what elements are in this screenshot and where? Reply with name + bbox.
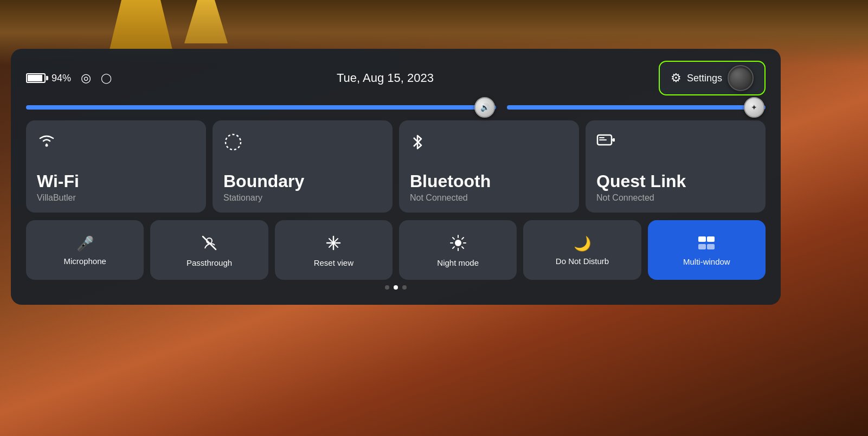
svg-rect-22	[698, 236, 706, 242]
multiwindow-tile[interactable]: Multi-window	[648, 220, 766, 280]
svg-point-13	[455, 240, 461, 246]
volume-slider-container: 🔊	[26, 105, 496, 110]
battery-body	[26, 73, 46, 83]
microphone-icon: 🎤	[76, 235, 94, 252]
passthrough-tile[interactable]: Passthrough	[150, 220, 268, 280]
boundary-tile[interactable]: Boundary Stationary	[213, 120, 393, 213]
nightmode-tile[interactable]: Night mode	[399, 220, 517, 280]
bluetooth-icon	[410, 132, 568, 154]
svg-rect-4	[613, 138, 615, 142]
battery-percent: 94%	[52, 73, 71, 84]
wifi-subtitle: VillaButler	[37, 193, 195, 203]
status-left: 94% ◎ ◯	[26, 71, 112, 85]
dot-2	[394, 285, 398, 290]
headset-icon: ◎	[81, 71, 91, 85]
microphone-label: Microphone	[63, 257, 106, 266]
svg-line-21	[453, 247, 454, 248]
donotdisturb-icon: 🌙	[574, 235, 591, 252]
questlink-icon	[596, 132, 755, 150]
svg-line-20	[462, 238, 464, 239]
svg-point-1	[226, 134, 241, 150]
volume-slider-track[interactable]: 🔊	[26, 105, 496, 110]
svg-rect-25	[707, 244, 715, 249]
wifi-tile[interactable]: Wi-Fi VillaButler	[26, 120, 206, 213]
settings-button[interactable]: ⚙ Settings	[659, 61, 766, 95]
scroll-dots	[26, 285, 766, 290]
passthrough-icon	[201, 234, 218, 254]
brightness-slider-track[interactable]: ✦	[507, 105, 766, 110]
passthrough-label: Passthrough	[187, 258, 232, 267]
resetview-tile[interactable]: Reset view	[275, 220, 393, 280]
multiwindow-icon	[697, 235, 716, 253]
bluetooth-tile[interactable]: Bluetooth Not Connected	[399, 120, 579, 213]
battery-tip	[46, 76, 48, 80]
quick-settings-panel: 94% ◎ ◯ Tue, Aug 15, 2023 ⚙ Settings 🔊	[11, 49, 781, 305]
bottom-grid: 🎤 Microphone Passthrough	[26, 220, 766, 280]
volume-slider-thumb[interactable]: 🔊	[474, 97, 495, 118]
bluetooth-title: Bluetooth	[410, 172, 568, 191]
battery-fill	[28, 75, 42, 81]
brightness-icon: ✦	[751, 103, 757, 112]
battery-icon	[26, 73, 48, 83]
settings-knob[interactable]	[728, 65, 754, 91]
wifi-icon	[37, 132, 195, 150]
toggles-grid: Wi-Fi VillaButler Boundary Stationary	[26, 120, 766, 213]
settings-label: Settings	[687, 73, 722, 84]
dot-1	[385, 285, 389, 290]
boundary-icon	[223, 132, 382, 154]
settings-gear-icon: ⚙	[671, 71, 681, 85]
top-bar: 94% ◎ ◯ Tue, Aug 15, 2023 ⚙ Settings	[26, 61, 766, 95]
resetview-label: Reset view	[314, 258, 353, 267]
volume-icon: 🔊	[480, 103, 490, 112]
questlink-title: Quest Link	[596, 172, 755, 191]
bluetooth-subtitle: Not Connected	[410, 193, 568, 203]
svg-line-18	[453, 238, 454, 239]
brightness-slider-thumb[interactable]: ✦	[744, 97, 764, 118]
questlink-subtitle: Not Connected	[596, 193, 755, 203]
brightness-slider-container: ✦	[507, 105, 766, 110]
sliders-row: 🔊 ✦	[26, 105, 766, 110]
donotdisturb-label: Do Not Disturb	[556, 257, 609, 266]
questlink-tile[interactable]: Quest Link Not Connected	[586, 120, 766, 213]
svg-line-19	[462, 247, 464, 248]
nightmode-label: Night mode	[437, 258, 479, 267]
wifi-title: Wi-Fi	[37, 172, 195, 191]
dot-3	[402, 285, 407, 290]
donotdisturb-tile[interactable]: 🌙 Do Not Disturb	[523, 220, 641, 280]
boundary-subtitle: Stationary	[223, 193, 382, 203]
resetview-icon	[325, 234, 342, 254]
svg-point-0	[46, 144, 48, 147]
nightmode-icon	[449, 234, 467, 254]
boundary-title: Boundary	[223, 172, 382, 191]
svg-rect-24	[698, 244, 706, 249]
battery-indicator: 94%	[26, 73, 71, 84]
multiwindow-label: Multi-window	[683, 257, 730, 266]
headset-icon2: ◯	[101, 72, 112, 84]
svg-rect-23	[707, 236, 715, 242]
microphone-tile[interactable]: 🎤 Microphone	[26, 220, 144, 280]
date-display: Tue, Aug 15, 2023	[112, 71, 659, 85]
